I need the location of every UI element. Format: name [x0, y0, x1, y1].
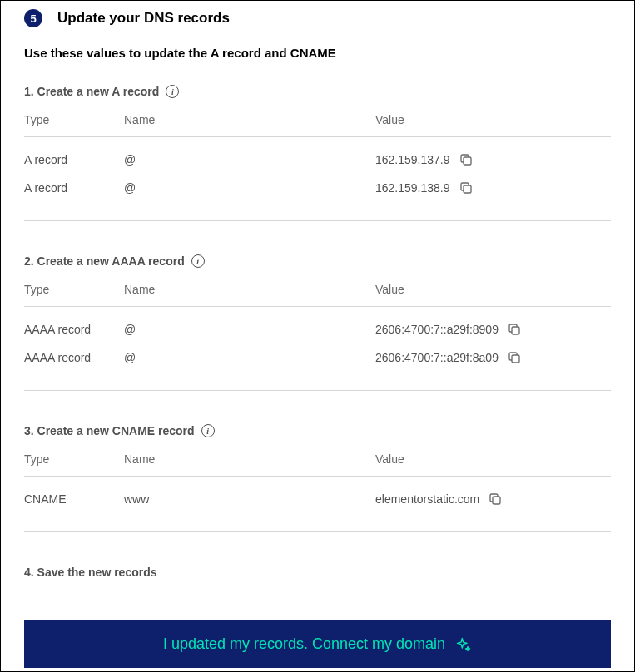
step-header: 5 Update your DNS records: [24, 9, 611, 27]
section-title-label: 1. Create a new A record: [24, 85, 159, 98]
cell-value: elementorstatic.com: [375, 492, 611, 506]
cta-label: I updated my records. Connect my domain: [163, 635, 445, 653]
table-header: Type Name Value: [24, 452, 611, 477]
col-header-name: Name: [124, 283, 375, 296]
step-number-badge: 5: [24, 9, 42, 27]
col-header-type: Type: [24, 283, 124, 296]
col-header-type: Type: [24, 452, 124, 466]
col-header-type: Type: [24, 113, 124, 126]
svg-rect-3: [512, 355, 519, 363]
section-divider: [24, 220, 611, 221]
section-divider: [24, 390, 611, 391]
cell-value-text: 2606:4700:7::a29f:8909: [375, 323, 499, 336]
cell-value-text: 162.159.138.9: [375, 181, 450, 195]
table-row: A record @ 162.159.137.9: [24, 144, 611, 172]
table-row: CNAME www elementorstatic.com: [24, 483, 611, 511]
svg-rect-4: [493, 497, 500, 504]
info-icon[interactable]: i: [201, 424, 215, 437]
copy-icon[interactable]: [507, 322, 522, 337]
table-row: A record @ 162.159.138.9: [24, 172, 611, 200]
copy-icon[interactable]: [459, 180, 474, 195]
cell-value-text: 162.159.137.9: [375, 153, 450, 166]
svg-rect-0: [464, 157, 471, 165]
cell-value: 2606:4700:7::a29f:8909: [375, 322, 611, 337]
section-title-save: 4. Save the new records: [24, 566, 611, 579]
cell-value: 162.159.138.9: [375, 180, 611, 195]
cell-name: @: [124, 181, 375, 195]
cell-type: A record: [24, 181, 124, 195]
cell-value-text: elementorstatic.com: [375, 492, 479, 506]
cell-name: @: [124, 323, 375, 336]
copy-icon[interactable]: [488, 492, 503, 506]
page-subtitle: Use these values to update the A record …: [24, 46, 611, 60]
svg-rect-2: [512, 327, 519, 334]
section-title-cname-record: 3. Create a new CNAME record i: [24, 424, 611, 437]
section-divider: [24, 531, 611, 532]
section-title-aaaa-record: 2. Create a new AAAA record i: [24, 254, 611, 268]
col-header-value: Value: [375, 283, 611, 296]
cell-value: 162.159.137.9: [375, 152, 611, 167]
table-header: Type Name Value: [24, 113, 611, 137]
cell-name: www: [124, 492, 375, 506]
page-title: Update your DNS records: [57, 10, 230, 27]
cell-value-text: 2606:4700:7::a29f:8a09: [375, 351, 499, 364]
cell-type: A record: [24, 153, 124, 166]
cell-type: CNAME: [24, 492, 124, 506]
section-title-label: 3. Create a new CNAME record: [24, 424, 195, 437]
info-icon[interactable]: i: [166, 85, 179, 98]
info-icon[interactable]: i: [191, 254, 205, 268]
col-header-name: Name: [124, 113, 375, 126]
cell-name: @: [124, 351, 375, 364]
cell-type: AAAA record: [24, 351, 124, 364]
copy-icon[interactable]: [507, 350, 522, 365]
table-row: AAAA record @ 2606:4700:7::a29f:8a09: [24, 342, 611, 370]
connect-domain-button[interactable]: I updated my records. Connect my domain: [24, 620, 611, 668]
cell-type: AAAA record: [24, 323, 124, 336]
section-title-label: 2. Create a new AAAA record: [24, 254, 185, 268]
col-header-name: Name: [124, 452, 375, 466]
cell-name: @: [124, 153, 375, 166]
section-title-a-record: 1. Create a new A record i: [24, 85, 611, 98]
cell-value: 2606:4700:7::a29f:8a09: [375, 350, 611, 365]
col-header-value: Value: [375, 113, 611, 126]
copy-icon[interactable]: [459, 152, 474, 167]
table-row: AAAA record @ 2606:4700:7::a29f:8909: [24, 314, 611, 342]
table-header: Type Name Value: [24, 283, 611, 307]
sparkle-icon: [455, 636, 472, 653]
svg-rect-1: [464, 185, 471, 193]
col-header-value: Value: [375, 452, 611, 466]
